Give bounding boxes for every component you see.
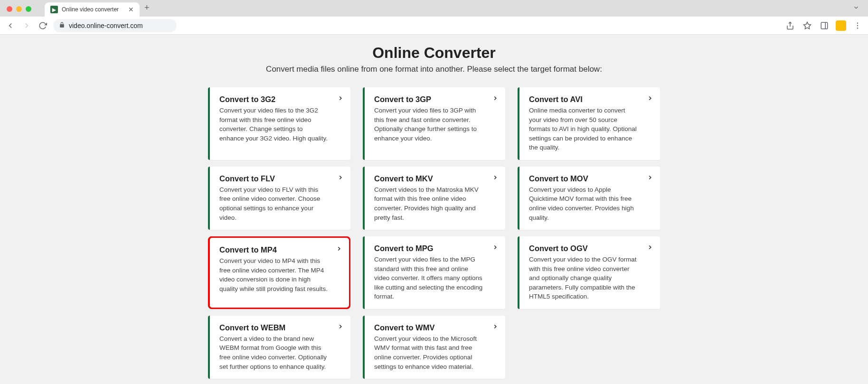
svg-point-4	[857, 22, 858, 23]
card-title: Convert to MOV	[529, 174, 651, 183]
page-content: Online Converter Convert media files onl…	[0, 35, 868, 384]
browser-toolbar: video.online-convert.com	[0, 17, 868, 35]
card-title: Convert to MKV	[374, 174, 496, 183]
chevron-right-icon	[336, 245, 342, 254]
card-description: Online media converter to convert your v…	[529, 106, 638, 152]
maximize-window-button[interactable]	[26, 6, 31, 12]
card-title: Convert to AVI	[529, 95, 651, 104]
converter-grid: Convert to 3G2Convert your video files t…	[135, 87, 733, 379]
chevron-right-icon	[647, 95, 653, 103]
chevron-right-icon	[337, 323, 344, 332]
converter-card[interactable]: Convert to WMVConvert your videos to the…	[363, 316, 505, 379]
chevron-right-icon	[647, 244, 653, 253]
chevron-right-icon	[647, 174, 653, 183]
close-tab-icon[interactable]: ✕	[128, 6, 134, 13]
side-panel-icon[interactable]	[819, 20, 830, 31]
card-title: Convert to MPG	[374, 244, 496, 253]
converter-card[interactable]: Convert to MP4Convert your video to MP4 …	[208, 236, 350, 309]
card-description: Convert videos to the Matroska MKV forma…	[374, 185, 483, 222]
converter-card[interactable]: Convert to WEBMConvert a video to the br…	[208, 316, 350, 379]
toolbar-right	[784, 20, 863, 31]
svg-marker-1	[804, 22, 811, 28]
tabs-dropdown-icon[interactable]	[853, 4, 864, 17]
favicon: ▶	[50, 6, 58, 13]
lock-icon	[59, 22, 65, 29]
converter-card[interactable]: Convert to MPGConvert your video files t…	[363, 236, 505, 309]
card-description: Convert your videos to Apple Quicktime M…	[529, 185, 638, 222]
minimize-window-button[interactable]	[16, 6, 22, 12]
card-title: Convert to WMV	[374, 323, 496, 332]
card-description: Convert your video to MP4 with this free…	[219, 256, 329, 293]
chevron-right-icon	[337, 174, 344, 183]
card-description: Convert your video to FLV with this free…	[219, 185, 329, 222]
page-title: Online Converter	[135, 44, 733, 62]
address-bar[interactable]: video.online-convert.com	[53, 19, 177, 32]
page-subtitle: Convert media files online from one form…	[135, 65, 733, 74]
card-title: Convert to FLV	[219, 174, 341, 183]
card-title: Convert to MP4	[219, 245, 340, 254]
chevron-right-icon	[337, 95, 344, 103]
converter-card[interactable]: Convert to MOVConvert your videos to App…	[518, 167, 660, 230]
card-title: Convert to 3G2	[219, 95, 341, 104]
card-title: Convert to OGV	[529, 244, 651, 253]
share-icon[interactable]	[784, 20, 796, 31]
browser-tab[interactable]: ▶ Online video converter ✕	[45, 2, 140, 17]
reload-button[interactable]	[37, 20, 48, 31]
chevron-right-icon	[492, 95, 499, 103]
converter-card[interactable]: Convert to FLVConvert your video to FLV …	[208, 167, 350, 230]
card-description: Convert a video to the brand new WEBM fo…	[219, 334, 329, 371]
converter-card[interactable]: Convert to 3GPConvert your video files t…	[363, 87, 505, 160]
converter-card[interactable]: Convert to AVIOnline media converter to …	[518, 87, 660, 160]
converter-card[interactable]: Convert to OGVConvert your video to the …	[518, 236, 660, 309]
menu-icon[interactable]	[852, 20, 863, 31]
chevron-right-icon	[492, 323, 499, 332]
forward-button[interactable]	[21, 20, 32, 31]
svg-point-6	[857, 28, 858, 28]
chevron-right-icon	[492, 244, 499, 253]
converter-card[interactable]: Convert to MKVConvert videos to the Matr…	[363, 167, 505, 230]
svg-rect-2	[821, 22, 828, 29]
card-description: Convert your video files to 3GP with thi…	[374, 106, 483, 143]
card-description: Convert your videos to the Microsoft WMV…	[374, 334, 483, 371]
url-text: video.online-convert.com	[69, 22, 143, 29]
card-description: Convert your video to the OGV format wit…	[529, 255, 638, 301]
card-title: Convert to 3GP	[374, 95, 496, 104]
new-tab-button[interactable]: +	[144, 3, 150, 17]
chevron-right-icon	[492, 174, 499, 183]
card-description: Convert your video files to the MPG stan…	[374, 255, 483, 301]
window-controls	[4, 6, 35, 17]
back-button[interactable]	[5, 20, 16, 31]
card-description: Convert your video files to the 3G2 form…	[219, 106, 329, 143]
svg-point-5	[857, 25, 858, 26]
tab-title: Online video converter	[62, 6, 119, 13]
bookmark-icon[interactable]	[802, 20, 813, 31]
card-title: Convert to WEBM	[219, 323, 341, 332]
browser-tab-bar: ▶ Online video converter ✕ +	[0, 0, 868, 17]
extension-icon[interactable]	[836, 20, 846, 31]
converter-card[interactable]: Convert to 3G2Convert your video files t…	[208, 87, 350, 160]
close-window-button[interactable]	[7, 6, 12, 12]
